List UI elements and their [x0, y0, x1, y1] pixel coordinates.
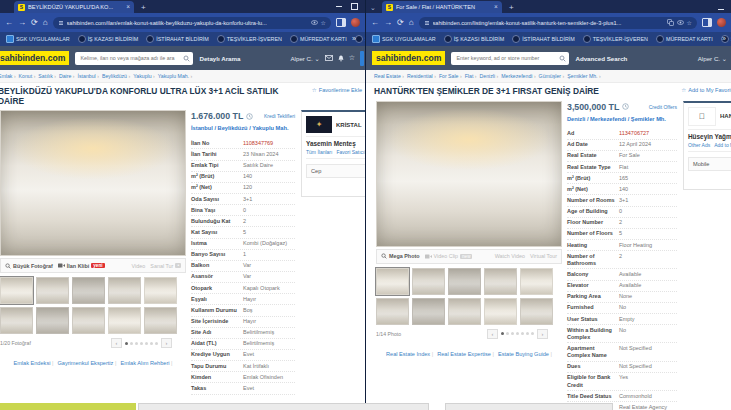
photo-thumbnail[interactable] [36, 307, 69, 334]
bookmarks-overflow-icon[interactable]: » [722, 35, 726, 42]
photo-thumbnail[interactable] [484, 298, 517, 325]
photo-thumbnail[interactable] [412, 268, 445, 295]
post-ad-button-edge[interactable] [360, 51, 364, 66]
pager-dot[interactable] [526, 332, 529, 335]
reload-icon[interactable]: ⟳ [31, 19, 38, 27]
send-message-link[interactable]: Mesaj Gönder [306, 184, 365, 192]
watch-video-button[interactable]: Watch Video [495, 253, 525, 259]
photo-thumbnail[interactable] [376, 298, 409, 325]
breadcrumb-link[interactable]: Denizli › [480, 73, 499, 79]
photo-thumbnail[interactable] [520, 298, 553, 325]
pager-dot[interactable] [506, 332, 509, 335]
photo-thumbnail[interactable] [108, 307, 141, 334]
pager-dot[interactable] [135, 342, 138, 345]
photo-thumbnail[interactable] [36, 277, 69, 304]
site-logo[interactable]: sahibinden.com [0, 51, 69, 65]
side-panel-icon[interactable] [336, 18, 346, 27]
bookmark-item[interactable]: İŞ KAZASI BİLDİRİM [78, 35, 139, 43]
breadcrumb-link[interactable]: Yakuplu Mah. › [158, 73, 193, 79]
eye-icon[interactable] [311, 20, 318, 25]
bookmark-item[interactable]: TEŞVİKLER-İŞVEREN [217, 35, 282, 43]
maximize-button[interactable] [351, 3, 358, 10]
site-search[interactable] [75, 52, 193, 65]
store-logo[interactable]: 𓅃 [688, 107, 716, 126]
footer-link-item[interactable]: Estate Buying Guide | [498, 351, 552, 357]
video-button[interactable]: Video [132, 263, 146, 269]
photo-thumbnail[interactable] [72, 307, 105, 334]
footer-link-item[interactable]: Emlak Endeksi | [13, 360, 53, 366]
photo-thumbnail[interactable] [376, 268, 409, 295]
footer-link-item[interactable]: Emlak Alım Rehberi | [120, 360, 172, 366]
pager-dot[interactable] [531, 332, 534, 335]
seller-phone-row[interactable]: Cep 0 (5 [306, 164, 365, 178]
big-photo-button[interactable]: Büyük Fotoğraf [5, 263, 53, 269]
site-search[interactable] [451, 52, 569, 65]
photo-thumbnail[interactable] [0, 307, 33, 334]
bookmark-item[interactable]: SGK UYGULAMALAR [6, 35, 70, 43]
bookmark-star-icon[interactable]: ☆ [687, 19, 692, 26]
bookmark-item[interactable]: İSTİRAHAT BİLDİRİM [146, 35, 209, 43]
footer-link-item[interactable]: Real Estate Expertise | [437, 351, 494, 357]
browser-tab[interactable]: S BEYLİKDÜZÜ YAKUPLU'DA KO... × [14, 1, 134, 13]
store-logo[interactable]: ✦ [306, 116, 332, 133]
listing-photo[interactable] [376, 101, 562, 247]
side-panel-icon[interactable] [702, 18, 712, 27]
breadcrumb-link[interactable]: Satılık › [38, 73, 56, 79]
next-page-button[interactable]: › [537, 329, 548, 339]
address-bar[interactable]: sahibinden.com/ilan/emlak-konut-satilik-… [53, 17, 331, 29]
bell-icon[interactable] [338, 55, 344, 62]
bookmark-item[interactable]: SGK GİRİŞ ÇIKŞ [355, 35, 365, 43]
price-history-icon[interactable] [622, 103, 629, 110]
pager-dot[interactable] [125, 342, 128, 345]
breadcrumb-link[interactable]: Şemikler Mh. › [567, 73, 600, 79]
bookmark-item[interactable]: MÜFREDAT KARTI [656, 35, 713, 43]
add-to-favorites-link[interactable]: ☆Add to My Favorites [681, 87, 731, 93]
bookmarks-overflow-icon[interactable]: » [352, 35, 356, 42]
photo-thumbnail[interactable] [448, 298, 481, 325]
pager-dot[interactable] [130, 342, 133, 345]
listing-clip-button[interactable]: İlan Klibi yeni [58, 263, 105, 269]
pager-dot[interactable] [511, 332, 514, 335]
listing-location[interactable]: İstanbul / Beylikdüzü / Yakuplu Mah. [191, 125, 295, 133]
breadcrumb-link[interactable]: Beylikdüzü › [102, 73, 130, 79]
tab-close-icon[interactable]: × [494, 4, 498, 11]
prev-page-button[interactable]: ‹ [111, 338, 122, 348]
bookmark-item[interactable]: MÜFREDAT KARTI [290, 35, 347, 43]
search-input[interactable] [78, 54, 181, 62]
site-logo[interactable]: sahibinden.com [372, 51, 445, 65]
taskbar-item[interactable] [0, 403, 136, 410]
tab-close-icon[interactable]: × [126, 4, 130, 11]
minimize-button[interactable] [718, 9, 724, 10]
bookmark-item[interactable]: SGK UYGULAMALAR [372, 35, 436, 43]
listing-location[interactable]: Denizli / Merkezefendi / Şemikler Mh. [567, 116, 677, 124]
bookmark-item[interactable]: TEŞVİKLER-İŞVEREN [583, 35, 648, 43]
seller-favorite-link[interactable]: Add to My Favorite Sellers [714, 142, 731, 148]
bookmark-item[interactable]: İŞ KAZASI BİLDİRİM [444, 35, 505, 43]
advanced-search-link[interactable]: Advanced Search [575, 55, 627, 62]
photo-thumbnail[interactable] [520, 268, 553, 295]
photo-thumbnail[interactable] [144, 307, 177, 334]
photo-thumbnail[interactable] [412, 298, 445, 325]
translate-icon[interactable] [667, 19, 674, 26]
profile-avatar[interactable] [717, 18, 726, 27]
footer-link-item[interactable]: Real Estate Index | [386, 351, 433, 357]
site-settings-icon[interactable] [58, 20, 64, 26]
seller-all-ads-link[interactable]: Tüm İlanları [306, 149, 332, 155]
footer-link-item[interactable]: Gayrimenkul Ekspertiz | [57, 360, 116, 366]
photo-thumbnail[interactable] [72, 277, 105, 304]
breadcrumb-link[interactable]: Gümüşler › [539, 73, 565, 79]
profile-avatar[interactable] [351, 18, 360, 27]
listing-photo[interactable] [0, 110, 186, 256]
prev-page-button[interactable]: ‹ [487, 329, 498, 339]
breadcrumb-link[interactable]: Flat › [465, 73, 477, 79]
price-history-icon[interactable] [246, 113, 253, 120]
photo-thumbnail[interactable] [108, 277, 141, 304]
bookmark-star-icon[interactable]: ☆ [321, 19, 326, 26]
user-menu[interactable]: Alper C. ⌄ [290, 55, 319, 62]
back-icon[interactable]: ← [5, 19, 13, 27]
virtual-tour-button[interactable]: Sanal Tur• [150, 263, 181, 269]
minimize-button[interactable] [336, 6, 342, 7]
home-icon[interactable]: ⌂ [409, 19, 414, 27]
seller-favorite-link[interactable]: Favori Satıcılarıma Ekle [336, 149, 365, 155]
breadcrumb-link[interactable]: Yakuplu › [133, 73, 155, 79]
